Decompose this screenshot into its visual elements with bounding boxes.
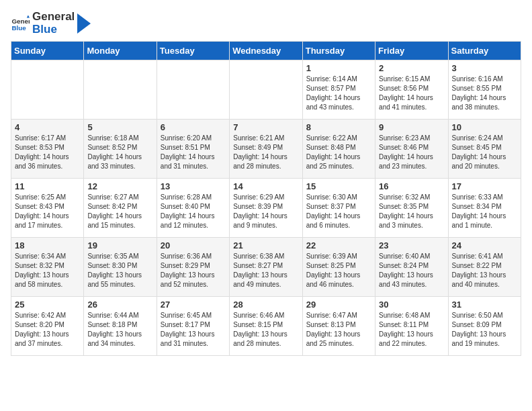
day-info: Sunrise: 6:15 AM Sunset: 8:56 PM Dayligh… xyxy=(379,75,444,112)
day-info: Sunrise: 6:30 AM Sunset: 8:37 PM Dayligh… xyxy=(306,193,371,230)
day-number: 23 xyxy=(379,240,444,250)
week-row-2: 4Sunrise: 6:17 AM Sunset: 8:53 PM Daylig… xyxy=(11,120,521,179)
day-number: 5 xyxy=(87,122,152,132)
day-cell: 22Sunrise: 6:39 AM Sunset: 8:25 PM Dayli… xyxy=(302,238,375,297)
day-cell: 13Sunrise: 6:28 AM Sunset: 8:40 PM Dayli… xyxy=(157,179,229,238)
day-cell xyxy=(157,60,229,120)
day-info: Sunrise: 6:33 AM Sunset: 8:34 PM Dayligh… xyxy=(452,193,517,230)
day-cell: 12Sunrise: 6:27 AM Sunset: 8:42 PM Dayli… xyxy=(84,179,157,238)
day-number: 31 xyxy=(452,300,517,310)
day-cell: 1Sunrise: 6:14 AM Sunset: 8:57 PM Daylig… xyxy=(302,60,375,120)
day-info: Sunrise: 6:34 AM Sunset: 8:32 PM Dayligh… xyxy=(15,252,80,289)
col-header-sunday: Sunday xyxy=(11,42,84,60)
day-info: Sunrise: 6:27 AM Sunset: 8:42 PM Dayligh… xyxy=(87,193,152,230)
day-info: Sunrise: 6:35 AM Sunset: 8:30 PM Dayligh… xyxy=(87,252,152,289)
day-number: 14 xyxy=(233,181,298,191)
day-number: 8 xyxy=(306,122,371,132)
day-info: Sunrise: 6:29 AM Sunset: 8:39 PM Dayligh… xyxy=(233,193,298,230)
day-info: Sunrise: 6:14 AM Sunset: 8:57 PM Dayligh… xyxy=(306,75,371,112)
day-number: 21 xyxy=(233,240,298,250)
day-info: Sunrise: 6:48 AM Sunset: 8:11 PM Dayligh… xyxy=(379,311,444,349)
week-row-4: 18Sunrise: 6:34 AM Sunset: 8:32 PM Dayli… xyxy=(11,238,521,297)
day-cell: 29Sunrise: 6:47 AM Sunset: 8:13 PM Dayli… xyxy=(302,297,375,356)
logo: General Blue General Blue xyxy=(11,11,91,36)
day-cell: 17Sunrise: 6:33 AM Sunset: 8:34 PM Dayli… xyxy=(448,179,521,238)
day-number: 15 xyxy=(306,181,371,191)
day-cell: 24Sunrise: 6:41 AM Sunset: 8:22 PM Dayli… xyxy=(448,238,521,297)
day-info: Sunrise: 6:45 AM Sunset: 8:17 PM Dayligh… xyxy=(161,311,226,349)
day-cell: 30Sunrise: 6:48 AM Sunset: 8:11 PM Dayli… xyxy=(375,297,448,356)
day-number: 16 xyxy=(379,181,444,191)
day-cell: 16Sunrise: 6:32 AM Sunset: 8:35 PM Dayli… xyxy=(375,179,448,238)
day-cell: 25Sunrise: 6:42 AM Sunset: 8:20 PM Dayli… xyxy=(11,297,84,356)
col-header-thursday: Thursday xyxy=(302,42,375,60)
day-info: Sunrise: 6:46 AM Sunset: 8:15 PM Dayligh… xyxy=(233,311,298,349)
calendar-table: SundayMondayTuesdayWednesdayThursdayFrid… xyxy=(11,41,521,356)
day-cell xyxy=(230,60,302,120)
day-number: 13 xyxy=(161,181,226,191)
day-cell: 9Sunrise: 6:23 AM Sunset: 8:46 PM Daylig… xyxy=(375,120,448,179)
header-row: SundayMondayTuesdayWednesdayThursdayFrid… xyxy=(11,42,521,60)
logo-icon: General Blue xyxy=(11,14,30,33)
day-number: 19 xyxy=(87,240,152,250)
svg-marker-2 xyxy=(27,15,30,17)
col-header-tuesday: Tuesday xyxy=(157,42,229,60)
day-cell: 11Sunrise: 6:25 AM Sunset: 8:43 PM Dayli… xyxy=(11,179,84,238)
logo-general: General xyxy=(32,10,75,23)
day-number: 1 xyxy=(306,63,371,73)
day-number: 26 xyxy=(87,300,152,310)
day-cell: 20Sunrise: 6:36 AM Sunset: 8:29 PM Dayli… xyxy=(157,238,229,297)
day-number: 2 xyxy=(379,63,444,73)
day-cell: 6Sunrise: 6:20 AM Sunset: 8:51 PM Daylig… xyxy=(157,120,229,179)
day-cell: 15Sunrise: 6:30 AM Sunset: 8:37 PM Dayli… xyxy=(302,179,375,238)
day-number: 27 xyxy=(161,300,226,310)
day-number: 6 xyxy=(161,122,226,132)
day-info: Sunrise: 6:50 AM Sunset: 8:09 PM Dayligh… xyxy=(452,311,517,349)
svg-marker-3 xyxy=(77,13,91,34)
day-number: 29 xyxy=(306,300,371,310)
day-info: Sunrise: 6:25 AM Sunset: 8:43 PM Dayligh… xyxy=(15,193,80,230)
svg-text:Blue: Blue xyxy=(11,24,26,31)
day-info: Sunrise: 6:40 AM Sunset: 8:24 PM Dayligh… xyxy=(379,252,444,289)
day-cell: 26Sunrise: 6:44 AM Sunset: 8:18 PM Dayli… xyxy=(84,297,157,356)
day-info: Sunrise: 6:28 AM Sunset: 8:40 PM Dayligh… xyxy=(161,193,226,230)
day-cell: 8Sunrise: 6:22 AM Sunset: 8:48 PM Daylig… xyxy=(302,120,375,179)
day-cell: 4Sunrise: 6:17 AM Sunset: 8:53 PM Daylig… xyxy=(11,120,84,179)
day-cell: 28Sunrise: 6:46 AM Sunset: 8:15 PM Dayli… xyxy=(230,297,302,356)
day-number: 30 xyxy=(379,300,444,310)
day-number: 17 xyxy=(452,181,517,191)
day-info: Sunrise: 6:38 AM Sunset: 8:27 PM Dayligh… xyxy=(233,252,298,289)
day-cell: 10Sunrise: 6:24 AM Sunset: 8:45 PM Dayli… xyxy=(448,120,521,179)
day-info: Sunrise: 6:21 AM Sunset: 8:49 PM Dayligh… xyxy=(233,134,298,171)
day-info: Sunrise: 6:20 AM Sunset: 8:51 PM Dayligh… xyxy=(161,134,226,171)
day-info: Sunrise: 6:17 AM Sunset: 8:53 PM Dayligh… xyxy=(15,134,80,171)
day-info: Sunrise: 6:41 AM Sunset: 8:22 PM Dayligh… xyxy=(452,252,517,289)
day-number: 22 xyxy=(306,240,371,250)
week-row-5: 25Sunrise: 6:42 AM Sunset: 8:20 PM Dayli… xyxy=(11,297,521,356)
col-header-saturday: Saturday xyxy=(448,42,521,60)
day-info: Sunrise: 6:24 AM Sunset: 8:45 PM Dayligh… xyxy=(452,134,517,171)
day-cell: 19Sunrise: 6:35 AM Sunset: 8:30 PM Dayli… xyxy=(84,238,157,297)
day-number: 3 xyxy=(452,63,517,73)
day-cell xyxy=(11,60,84,120)
day-number: 7 xyxy=(233,122,298,132)
week-row-3: 11Sunrise: 6:25 AM Sunset: 8:43 PM Dayli… xyxy=(11,179,521,238)
day-info: Sunrise: 6:32 AM Sunset: 8:35 PM Dayligh… xyxy=(379,193,444,230)
day-number: 25 xyxy=(15,300,80,310)
day-cell: 2Sunrise: 6:15 AM Sunset: 8:56 PM Daylig… xyxy=(375,60,448,120)
day-cell: 14Sunrise: 6:29 AM Sunset: 8:39 PM Dayli… xyxy=(230,179,302,238)
col-header-wednesday: Wednesday xyxy=(230,42,302,60)
day-cell: 5Sunrise: 6:18 AM Sunset: 8:52 PM Daylig… xyxy=(84,120,157,179)
day-cell: 27Sunrise: 6:45 AM Sunset: 8:17 PM Dayli… xyxy=(157,297,229,356)
day-info: Sunrise: 6:42 AM Sunset: 8:20 PM Dayligh… xyxy=(15,311,80,349)
day-info: Sunrise: 6:23 AM Sunset: 8:46 PM Dayligh… xyxy=(379,134,444,171)
day-number: 11 xyxy=(15,181,80,191)
day-cell: 7Sunrise: 6:21 AM Sunset: 8:49 PM Daylig… xyxy=(230,120,302,179)
day-info: Sunrise: 6:44 AM Sunset: 8:18 PM Dayligh… xyxy=(87,311,152,349)
day-number: 4 xyxy=(15,122,80,132)
day-cell: 3Sunrise: 6:16 AM Sunset: 8:55 PM Daylig… xyxy=(448,60,521,120)
logo-blue: Blue xyxy=(32,23,57,36)
col-header-friday: Friday xyxy=(375,42,448,60)
day-cell: 21Sunrise: 6:38 AM Sunset: 8:27 PM Dayli… xyxy=(230,238,302,297)
day-number: 18 xyxy=(15,240,80,250)
